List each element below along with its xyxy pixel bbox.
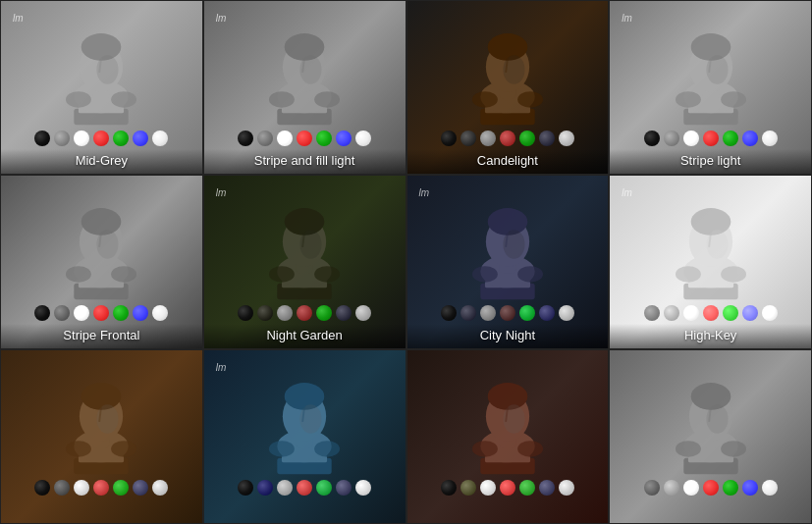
sphere-row [441, 131, 574, 146]
sphere [683, 480, 699, 496]
svg-point-29 [517, 91, 543, 108]
sphere [519, 480, 535, 496]
lm-label: lm [216, 13, 227, 24]
sphere [113, 305, 129, 321]
lm-label: lm [216, 362, 227, 373]
sphere [316, 305, 332, 321]
sphere [664, 480, 679, 496]
svg-point-8 [66, 91, 91, 108]
cell-stripe-frontal[interactable]: Stripe Frontal [0, 175, 203, 349]
sphere-row [644, 480, 778, 496]
sphere [133, 131, 148, 146]
cell-stripe-fill-light[interactable]: lmStripe and fill light [203, 0, 406, 175]
svg-point-5 [81, 33, 122, 61]
sphere [355, 480, 371, 496]
sphere [480, 480, 496, 496]
svg-point-75 [690, 208, 731, 236]
sphere [133, 305, 148, 321]
lm-label: lm [622, 13, 632, 24]
sphere [336, 480, 352, 496]
sphere-row [644, 131, 778, 146]
cell-mid-grey[interactable]: lmMid-Grey [0, 0, 203, 175]
sphere-row [238, 305, 371, 321]
cell-label: Stripe and fill light [204, 149, 406, 174]
svg-point-58 [269, 266, 295, 283]
cell-stripe-light[interactable]: lmStripe light [609, 0, 812, 175]
sphere [355, 305, 371, 321]
sphere [277, 480, 293, 496]
sphere [74, 480, 89, 496]
sphere [480, 305, 496, 321]
cell-candelight[interactable]: Candelight [406, 0, 610, 175]
sphere [93, 131, 109, 146]
svg-point-119 [721, 441, 746, 457]
svg-point-18 [269, 91, 295, 108]
sphere [152, 305, 168, 321]
cell-row3b[interactable]: lm [203, 349, 406, 524]
sphere [519, 131, 535, 146]
svg-point-85 [81, 383, 122, 410]
sphere [297, 480, 312, 496]
cell-row3c[interactable] [406, 349, 610, 524]
sphere [336, 305, 352, 321]
svg-point-95 [285, 383, 325, 410]
sphere [133, 480, 148, 496]
sphere [664, 131, 679, 146]
sphere [441, 480, 457, 496]
svg-point-48 [66, 266, 91, 283]
sphere [257, 131, 273, 146]
sphere [74, 131, 89, 146]
cell-city-night[interactable]: lmCity Night [406, 175, 610, 349]
sphere [683, 131, 699, 146]
sphere [683, 305, 699, 321]
svg-point-39 [721, 91, 746, 108]
sphere [742, 480, 758, 496]
svg-point-79 [721, 266, 746, 283]
sphere [277, 131, 293, 146]
sphere [723, 480, 738, 496]
cell-label: Candelight [407, 149, 609, 174]
sphere [762, 131, 778, 146]
sphere [54, 305, 70, 321]
cell-row3a[interactable] [0, 349, 203, 524]
sphere [644, 480, 660, 496]
sphere-row [441, 305, 574, 321]
sphere [54, 131, 70, 146]
svg-point-35 [690, 33, 731, 61]
sphere [723, 305, 738, 321]
cell-row3d[interactable] [609, 349, 812, 524]
sphere [238, 480, 253, 496]
sphere [559, 305, 574, 321]
sphere [238, 305, 253, 321]
svg-point-69 [517, 266, 543, 283]
svg-point-15 [285, 33, 325, 61]
svg-point-19 [314, 91, 340, 108]
sphere-row [238, 480, 371, 496]
svg-point-108 [472, 441, 498, 457]
svg-point-109 [517, 441, 543, 457]
cell-night-garden[interactable]: lmNight Garden [203, 175, 406, 349]
svg-point-55 [285, 208, 325, 236]
sphere [762, 305, 778, 321]
sphere [703, 131, 719, 146]
sphere [74, 305, 89, 321]
sphere [644, 305, 660, 321]
sphere [441, 131, 457, 146]
sphere [34, 480, 50, 496]
sphere-row [238, 131, 371, 146]
lighting-grid: lmMid-Grey lmStripe and fill light [0, 0, 812, 524]
cell-label: High-Key [610, 324, 811, 348]
sphere [539, 131, 555, 146]
svg-point-118 [676, 441, 701, 457]
lm-label: lm [622, 187, 632, 198]
cell-label: Mid-Grey [1, 149, 202, 174]
sphere [257, 480, 273, 496]
svg-point-78 [676, 266, 701, 283]
sphere [703, 305, 719, 321]
svg-point-99 [314, 441, 340, 457]
cell-label: Night Garden [204, 324, 406, 348]
sphere-row [34, 305, 168, 321]
cell-high-key[interactable]: lmHigh-Key [609, 175, 812, 349]
sphere-row [34, 131, 168, 146]
svg-point-89 [112, 441, 137, 457]
